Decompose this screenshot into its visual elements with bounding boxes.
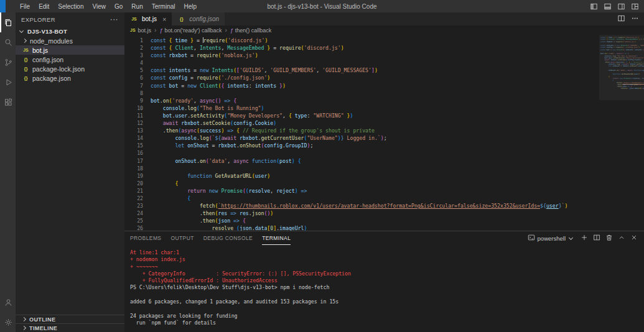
- maximize-panel-icon[interactable]: [618, 234, 625, 242]
- line-number[interactable]: 7: [124, 82, 143, 90]
- menu-file[interactable]: File: [16, 0, 34, 12]
- breadcrumb-item[interactable]: ƒthen() callback: [230, 27, 272, 34]
- code-line[interactable]: 25 .then(json => {: [124, 217, 644, 224]
- code-line[interactable]: 7const bot = new Client({ intents: inten…: [124, 82, 644, 90]
- panel-tab-terminal[interactable]: TERMINAL: [262, 231, 291, 245]
- line-number[interactable]: 25: [124, 217, 143, 224]
- code-line[interactable]: 4: [124, 59, 644, 67]
- code-line[interactable]: 9bot.on('ready', async() => {: [124, 97, 644, 104]
- line-number[interactable]: 18: [124, 165, 143, 172]
- file-item-package.json[interactable]: {}package.json: [16, 73, 124, 83]
- kill-terminal-trash-icon[interactable]: [605, 234, 613, 242]
- split-editor-icon[interactable]: [617, 14, 625, 25]
- activity-settings-button[interactable]: [0, 312, 16, 332]
- toggle-secondary-sidebar-icon[interactable]: [617, 2, 625, 11]
- section-timeline[interactable]: TIMELINE: [16, 323, 124, 332]
- code-line[interactable]: 16: [124, 149, 644, 157]
- file-item-node_modules[interactable]: node_modules: [16, 36, 124, 45]
- breadcrumb-item[interactable]: JSbot.js: [130, 27, 151, 34]
- shell-picker[interactable]: powershell: [528, 234, 576, 242]
- line-number[interactable]: 24: [124, 210, 143, 217]
- menu-go[interactable]: Go: [110, 0, 127, 12]
- activity-explorer-button[interactable]: [0, 12, 16, 32]
- line-number[interactable]: 2: [124, 44, 143, 52]
- line-number[interactable]: 21: [124, 187, 143, 195]
- panel-tab-problems[interactable]: PROBLEMS: [130, 231, 161, 245]
- code-line[interactable]: 12 await rbxbot.setCookie(config.Cookie): [124, 119, 644, 127]
- line-number[interactable]: 14: [124, 134, 143, 142]
- line-number[interactable]: 23: [124, 202, 143, 210]
- customize-layout-icon[interactable]: [631, 2, 639, 11]
- activity-run-debug-button[interactable]: [0, 72, 16, 92]
- line-number[interactable]: 8: [124, 90, 143, 97]
- line-number[interactable]: 11: [124, 112, 143, 119]
- menu-run[interactable]: Run: [127, 0, 147, 12]
- line-number[interactable]: 4: [124, 59, 143, 67]
- explorer-root-folder[interactable]: DJS-V13-BOT: [16, 26, 124, 36]
- line-number[interactable]: 3: [124, 52, 143, 59]
- code-line[interactable]: 5const intents = new Intents(['GUILDS', …: [124, 67, 644, 74]
- line-number[interactable]: 26: [124, 224, 143, 231]
- code-line[interactable]: 21 return new Promise((resolve, reject) …: [124, 187, 644, 195]
- activity-account-button[interactable]: [0, 292, 16, 312]
- line-number[interactable]: 17: [124, 157, 143, 165]
- code-line[interactable]: 3const rbxbot = require('noblox.js'): [124, 52, 644, 59]
- section-outline[interactable]: OUTLINE: [16, 315, 124, 323]
- menu-edit[interactable]: Edit: [34, 0, 54, 12]
- line-number[interactable]: 15: [124, 142, 143, 149]
- code-line[interactable]: 26 resolve (json.data[0].imageUrl): [124, 224, 644, 231]
- file-item-config.json[interactable]: {}config.json: [16, 55, 124, 64]
- panel-tab-output[interactable]: OUTPUT: [170, 231, 194, 245]
- file-item-package-lock.json[interactable]: {}package-lock.json: [16, 64, 124, 73]
- line-number[interactable]: 19: [124, 172, 143, 180]
- code-line[interactable]: 24 .then(res => res.json()): [124, 210, 644, 217]
- line-number[interactable]: 6: [124, 74, 143, 81]
- line-number[interactable]: 22: [124, 195, 143, 202]
- line-number[interactable]: 20: [124, 180, 143, 187]
- line-number[interactable]: 10: [124, 104, 143, 112]
- code-line[interactable]: 15 let onShout = rbxbot.onShout(config.G…: [124, 142, 644, 149]
- line-number[interactable]: 16: [124, 149, 143, 157]
- toggle-sidebar-icon[interactable]: [590, 2, 598, 11]
- line-number[interactable]: 1: [124, 37, 143, 44]
- file-item-bot.js[interactable]: JSbot.js: [16, 45, 124, 55]
- new-terminal-icon[interactable]: [581, 234, 588, 242]
- line-number[interactable]: 12: [124, 119, 143, 127]
- code-line[interactable]: 6const config = require('./config.json'): [124, 74, 644, 81]
- code-line[interactable]: 14 console.log(`${await rbxbot.getCurren…: [124, 134, 644, 142]
- line-number[interactable]: 5: [124, 67, 143, 74]
- code-line[interactable]: 8: [124, 90, 644, 97]
- code-line[interactable]: 22 {: [124, 195, 644, 202]
- line-number[interactable]: 9: [124, 97, 143, 104]
- line-number[interactable]: 13: [124, 127, 143, 134]
- terminal-output[interactable]: At line:1 char:1+ nodemon index.js+ ~~~~…: [124, 245, 644, 332]
- close-panel-icon[interactable]: [630, 234, 638, 242]
- code-lines[interactable]: 1const { time } = require('discord.js')2…: [124, 35, 644, 231]
- activity-extensions-button[interactable]: [0, 92, 16, 112]
- more-actions-icon[interactable]: [631, 14, 639, 25]
- code-line[interactable]: 20 {: [124, 180, 644, 187]
- code-line[interactable]: 2const { Client, Intents, MessageEmbed }…: [124, 44, 644, 52]
- code-line[interactable]: 18: [124, 165, 644, 172]
- activity-search-button[interactable]: [0, 32, 16, 52]
- menu-help[interactable]: Help: [180, 0, 202, 12]
- menu-selection[interactable]: Selection: [54, 0, 88, 12]
- menu-view[interactable]: View: [88, 0, 111, 12]
- activity-source-control-button[interactable]: [0, 52, 16, 72]
- minimap[interactable]: const { time } = require('discord.js')co…: [599, 35, 644, 231]
- code-line[interactable]: 23 fetch(`https://thumbnails.roblox.com/…: [124, 202, 644, 210]
- code-line[interactable]: 13 .then(async(success) => { // Required…: [124, 127, 644, 134]
- code-line[interactable]: 19 function GetAvatarURL(user): [124, 172, 644, 180]
- code-line[interactable]: 10 console.log("The Bot is Running"): [124, 104, 644, 112]
- toggle-panel-icon[interactable]: [604, 2, 612, 11]
- panel-tab-debug-console[interactable]: DEBUG CONSOLE: [203, 231, 253, 245]
- split-terminal-icon[interactable]: [593, 234, 600, 242]
- menu-terminal[interactable]: Terminal: [147, 0, 180, 12]
- breadcrumb-item[interactable]: ƒbot.on('ready') callback: [159, 27, 222, 34]
- close-icon[interactable]: ×: [162, 16, 166, 22]
- more-actions-icon[interactable]: ···: [110, 17, 118, 21]
- code-line[interactable]: 11 bot.user.setActivity("Money Developer…: [124, 112, 644, 119]
- code-line[interactable]: 17 onShout.on('data', async function(pos…: [124, 157, 644, 165]
- minimap-slider[interactable]: [599, 35, 644, 100]
- tab-config.json[interactable]: {}config.json: [172, 12, 225, 25]
